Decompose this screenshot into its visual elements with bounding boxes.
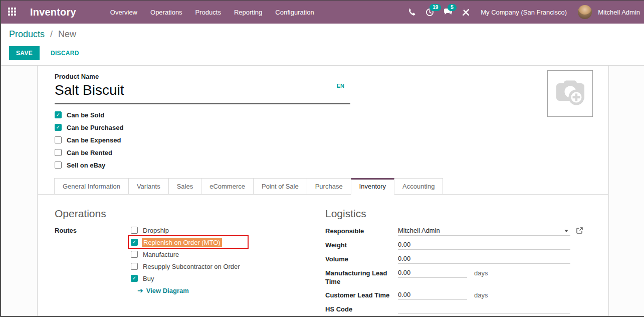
arrow-right-icon: ➔ xyxy=(137,286,143,294)
customer-lead-time-label: Customer Lead Time xyxy=(325,290,398,300)
nav-item-overview[interactable]: Overview xyxy=(105,6,142,19)
can-be-sold-checkbox[interactable] xyxy=(55,111,62,118)
buy-label: Buy xyxy=(143,275,154,282)
user-menu[interactable]: Mitchell Admin xyxy=(598,9,640,16)
tools-icon-glyph xyxy=(462,8,470,17)
view-diagram-link[interactable]: ➔ View Diagram xyxy=(137,286,240,294)
route-row-buy: Buy xyxy=(131,274,240,282)
message-count-badge: 5 xyxy=(448,4,457,11)
control-panel-buttons: SAVE DISCARD xyxy=(9,46,636,60)
app-menu: Overview Operations Products Reporting C… xyxy=(105,6,319,19)
product-name-field[interactable]: Salt Biscuit EN xyxy=(55,82,350,104)
translation-badge[interactable]: EN xyxy=(337,83,344,89)
flag-row-can-be-rented: Can be Rented xyxy=(55,148,608,156)
phone-icon[interactable] xyxy=(405,6,417,18)
top-navbar: Inventory Overview Operations Products R… xyxy=(1,1,644,24)
can-be-expensed-label: Can be Expensed xyxy=(67,136,121,144)
control-panel: Products / New SAVE DISCARD xyxy=(1,24,644,66)
nav-item-configuration[interactable]: Configuration xyxy=(270,6,319,19)
buy-checkbox[interactable] xyxy=(131,275,138,282)
can-be-rented-checkbox[interactable] xyxy=(55,149,62,156)
customer-lead-time-input[interactable]: 0.00 xyxy=(398,290,467,300)
route-row-dropship: Dropship xyxy=(131,226,240,234)
replenish-mto-label: Replenish on Order (MTO) xyxy=(142,238,222,247)
manufacturing-lead-time-label: Manufacturing Lead Time xyxy=(325,268,398,286)
product-form-sheet: Product Name Salt Biscuit EN Can be Sold… xyxy=(37,66,609,317)
product-name-label: Product Name xyxy=(55,73,350,80)
nav-item-operations[interactable]: Operations xyxy=(145,6,187,19)
tab-point-of-sale[interactable]: Point of Sale xyxy=(253,178,307,195)
can-be-purchased-checkbox[interactable] xyxy=(55,124,62,131)
manufacturing-lead-time-input[interactable]: 0.00 xyxy=(398,268,467,278)
user-avatar[interactable] xyxy=(578,5,592,19)
logistics-fields: Responsible Mitchell Admin xyxy=(325,226,591,314)
can-be-expensed-checkbox[interactable] xyxy=(55,136,62,143)
breadcrumb-separator: / xyxy=(50,29,53,39)
volume-input[interactable]: 0.00 xyxy=(398,254,570,264)
product-image-upload[interactable] xyxy=(547,70,593,117)
replenish-mto-checkbox[interactable] xyxy=(131,239,138,246)
discard-button[interactable]: DISCARD xyxy=(45,47,85,60)
product-flags: Can be Sold Can be Purchased Can be Expe… xyxy=(55,111,608,169)
logistics-section: Logistics Responsible Mitchell Admin xyxy=(325,208,591,317)
manufacturing-lead-time-suffix: days xyxy=(474,268,488,278)
flag-row-can-be-expensed: Can be Expensed xyxy=(55,136,608,144)
route-row-manufacture: Manufacture xyxy=(131,250,240,258)
nav-item-products[interactable]: Products xyxy=(190,6,226,19)
can-be-sold-label: Can be Sold xyxy=(67,111,104,119)
phone-icon-glyph xyxy=(407,8,415,16)
tab-accounting[interactable]: Accounting xyxy=(394,178,443,195)
activity-clock-icon[interactable]: 19 xyxy=(423,6,436,18)
tab-general-information[interactable]: General Information xyxy=(54,178,129,195)
dropship-label: Dropship xyxy=(143,227,169,234)
messages-icon[interactable]: 5 xyxy=(442,6,454,18)
company-switcher[interactable]: My Company (San Francisco) xyxy=(481,9,567,16)
product-name-block: Product Name Salt Biscuit EN xyxy=(55,73,350,104)
resupply-subcontractor-label: Resupply Subcontractor on Order xyxy=(143,263,240,270)
logistics-heading: Logistics xyxy=(325,208,591,220)
chevron-down-icon[interactable] xyxy=(564,230,568,232)
nav-item-reporting[interactable]: Reporting xyxy=(229,6,267,19)
flag-row-can-be-sold: Can be Sold xyxy=(55,111,608,119)
activity-count-badge: 19 xyxy=(430,4,441,11)
breadcrumb: Products / New xyxy=(9,29,636,40)
hs-code-field-row: HS Code xyxy=(325,304,591,314)
app-name[interactable]: Inventory xyxy=(30,7,76,18)
tools-icon[interactable] xyxy=(460,6,472,18)
flag-row-sell-on-ebay: Sell on eBay xyxy=(55,161,608,169)
weight-input[interactable]: 0.00 xyxy=(398,240,570,250)
camera-plus-icon xyxy=(554,78,587,109)
tab-purchase[interactable]: Purchase xyxy=(307,178,351,195)
customer-lead-time-field-row: Customer Lead Time 0.00 days xyxy=(325,290,591,300)
hs-code-input[interactable] xyxy=(398,304,570,314)
routes-field: Routes Dropship Replenish on Order (MTO) xyxy=(55,226,325,294)
dropship-checkbox[interactable] xyxy=(131,227,138,234)
routes-list: Dropship Replenish on Order (MTO) Manufa… xyxy=(131,226,240,294)
apps-menu-icon[interactable] xyxy=(8,8,17,17)
save-button[interactable]: SAVE xyxy=(9,46,40,60)
operations-heading: Operations xyxy=(55,208,325,220)
responsible-label: Responsible xyxy=(325,226,398,236)
customer-lead-time-suffix: days xyxy=(474,290,488,300)
breadcrumb-current: New xyxy=(58,29,76,39)
manufacture-label: Manufacture xyxy=(143,251,179,258)
responsible-input[interactable]: Mitchell Admin xyxy=(398,226,570,236)
tab-inventory[interactable]: Inventory xyxy=(351,178,394,195)
tab-variants[interactable]: Variants xyxy=(128,178,169,195)
weight-field-row: Weight 0.00 xyxy=(325,240,591,250)
resupply-subcontractor-checkbox[interactable] xyxy=(131,263,138,270)
weight-label: Weight xyxy=(325,240,398,250)
flag-row-can-be-purchased: Can be Purchased xyxy=(55,123,608,131)
external-link-icon[interactable] xyxy=(576,227,583,236)
form-view: Product Name Salt Biscuit EN Can be Sold… xyxy=(1,66,644,317)
can-be-purchased-label: Can be Purchased xyxy=(67,124,123,131)
sell-on-ebay-checkbox[interactable] xyxy=(55,162,62,169)
tab-sales[interactable]: Sales xyxy=(168,178,202,195)
notebook-tabs: General Information Variants Sales eComm… xyxy=(38,178,608,195)
manufacture-checkbox[interactable] xyxy=(131,251,138,258)
tab-ecommerce[interactable]: eCommerce xyxy=(201,178,254,195)
operations-section: Operations Routes Dropship Replenish xyxy=(55,208,325,317)
product-name-value[interactable]: Salt Biscuit xyxy=(55,82,350,99)
breadcrumb-products-link[interactable]: Products xyxy=(9,29,45,39)
route-row-resupply-subcontractor: Resupply Subcontractor on Order xyxy=(131,262,240,270)
